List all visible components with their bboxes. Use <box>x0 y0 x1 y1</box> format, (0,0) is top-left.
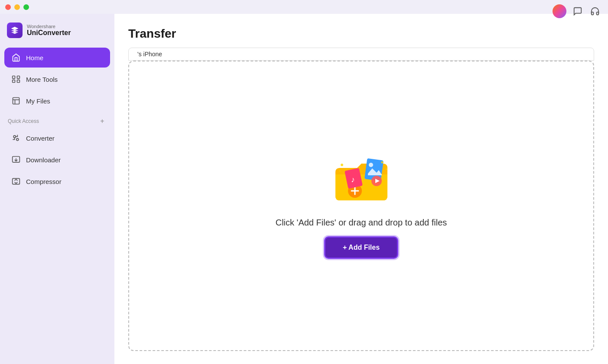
svg-rect-1 <box>17 76 20 79</box>
sidebar-item-my-files[interactable]: My Files <box>4 91 110 111</box>
minimize-button[interactable] <box>14 4 20 10</box>
sidebar-item-converter-label: Converter <box>26 135 55 142</box>
maximize-button[interactable] <box>23 4 29 10</box>
drop-zone-text: Click 'Add Files' or drag and drop to ad… <box>276 218 447 228</box>
more-tools-icon <box>11 74 21 84</box>
svg-point-24 <box>339 171 340 172</box>
drop-zone-illustration: ♪ <box>331 153 392 209</box>
sidebar-item-my-files-label: My Files <box>26 97 50 105</box>
logo-icon <box>7 23 23 38</box>
svg-point-8 <box>16 139 19 141</box>
compressor-icon <box>11 177 21 186</box>
svg-point-23 <box>386 168 387 170</box>
title-bar <box>0 0 608 14</box>
chat-icon[interactable] <box>572 5 584 17</box>
svg-rect-4 <box>13 98 20 104</box>
svg-rect-2 <box>13 80 15 83</box>
page-title: Transfer <box>128 27 594 41</box>
drop-zone[interactable]: ♪ Click 'Add Files' or drag and drop to … <box>128 61 594 351</box>
app-layout: Wondershare UniConverter Home <box>0 14 608 364</box>
sidebar-item-downloader[interactable]: Downloader <box>4 150 110 170</box>
logo-text: Wondershare UniConverter <box>27 24 71 37</box>
main-content: Transfer 's iPhone ♪ <box>114 14 608 364</box>
topbar-right <box>553 4 601 18</box>
sidebar-item-home-label: Home <box>26 54 43 61</box>
quick-access-add-button[interactable]: + <box>98 117 107 126</box>
close-button[interactable] <box>5 4 11 10</box>
quick-access-header: Quick Access + <box>0 112 114 127</box>
svg-point-18 <box>369 163 373 167</box>
app-name: UniConverter <box>27 29 71 37</box>
sidebar-item-home[interactable]: Home <box>4 48 110 68</box>
app-logo: Wondershare UniConverter <box>0 19 114 47</box>
add-files-button[interactable]: + Add Files <box>324 236 398 259</box>
downloader-icon <box>11 155 21 164</box>
my-files-icon <box>11 96 21 106</box>
sidebar-item-more-tools-label: More Tools <box>26 76 58 83</box>
headset-icon[interactable] <box>589 5 601 17</box>
brand-name: Wondershare <box>27 24 71 29</box>
svg-point-7 <box>13 135 16 138</box>
converter-icon <box>11 133 21 143</box>
svg-point-21 <box>341 164 343 166</box>
sidebar-item-compressor[interactable]: Compressor <box>4 171 110 191</box>
user-avatar[interactable] <box>553 4 566 18</box>
sidebar-item-converter[interactable]: Converter <box>4 128 110 148</box>
sidebar: Wondershare UniConverter Home <box>0 14 114 364</box>
sidebar-item-downloader-label: Downloader <box>26 156 61 164</box>
svg-text:♪: ♪ <box>351 175 355 184</box>
quick-access-label: Quick Access <box>8 118 39 124</box>
sidebar-item-compressor-label: Compressor <box>26 178 62 185</box>
svg-rect-3 <box>17 80 20 83</box>
svg-point-22 <box>381 161 383 164</box>
sidebar-item-more-tools[interactable]: More Tools <box>4 69 110 89</box>
home-icon <box>11 53 21 62</box>
device-tab[interactable]: 's iPhone <box>128 48 594 61</box>
svg-rect-0 <box>13 76 15 79</box>
